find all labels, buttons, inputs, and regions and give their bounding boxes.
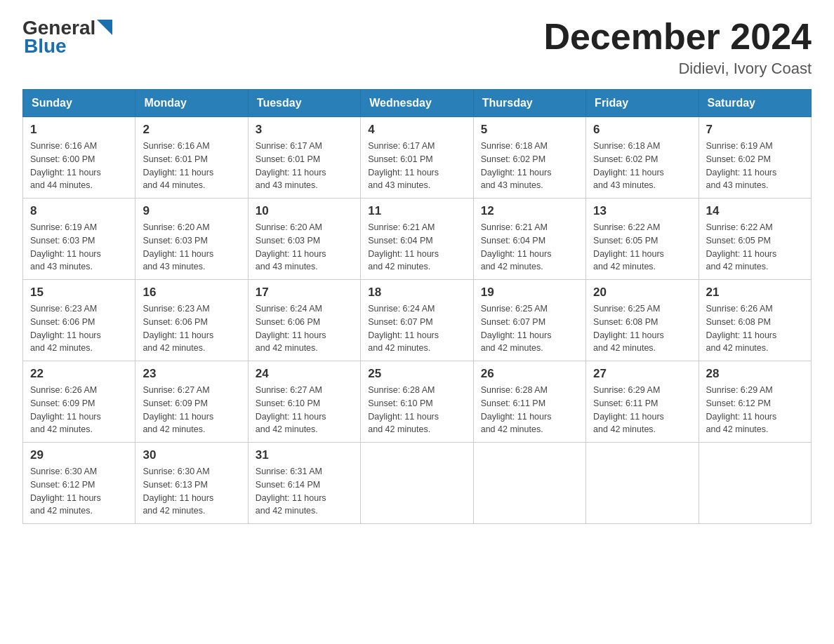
calendar-day-23: 23Sunrise: 6:27 AMSunset: 6:09 PMDayligh… — [135, 361, 248, 443]
day-info: Sunrise: 6:26 AMSunset: 6:08 PMDaylight:… — [706, 302, 804, 355]
col-wednesday: Wednesday — [361, 90, 473, 117]
calendar-day-14: 14Sunrise: 6:22 AMSunset: 6:05 PMDayligh… — [699, 199, 811, 280]
day-info: Sunrise: 6:31 AMSunset: 6:14 PMDaylight:… — [256, 465, 353, 518]
calendar-day-9: 9Sunrise: 6:20 AMSunset: 6:03 PMDaylight… — [135, 199, 248, 280]
svg-marker-0 — [97, 20, 112, 35]
day-info: Sunrise: 6:24 AMSunset: 6:06 PMDaylight:… — [256, 302, 353, 355]
calendar-empty-cell — [699, 443, 811, 524]
calendar-day-24: 24Sunrise: 6:27 AMSunset: 6:10 PMDayligh… — [248, 361, 360, 443]
calendar-day-1: 1Sunrise: 6:16 AMSunset: 6:00 PMDaylight… — [23, 117, 135, 199]
calendar-day-10: 10Sunrise: 6:20 AMSunset: 6:03 PMDayligh… — [248, 199, 360, 280]
day-info: Sunrise: 6:29 AMSunset: 6:11 PMDaylight:… — [593, 384, 691, 436]
calendar-table: Sunday Monday Tuesday Wednesday Thursday… — [22, 89, 812, 524]
day-info: Sunrise: 6:30 AMSunset: 6:13 PMDaylight:… — [143, 465, 240, 518]
calendar-day-31: 31Sunrise: 6:31 AMSunset: 6:14 PMDayligh… — [248, 443, 360, 524]
day-info: Sunrise: 6:25 AMSunset: 6:08 PMDaylight:… — [593, 302, 691, 355]
calendar-week-4: 22Sunrise: 6:26 AMSunset: 6:09 PMDayligh… — [23, 361, 812, 443]
day-number: 8 — [30, 204, 128, 218]
calendar-day-5: 5Sunrise: 6:18 AMSunset: 6:02 PMDaylight… — [473, 117, 585, 199]
logo-triangle-icon — [97, 20, 112, 35]
day-info: Sunrise: 6:20 AMSunset: 6:03 PMDaylight:… — [143, 221, 240, 274]
calendar-week-5: 29Sunrise: 6:30 AMSunset: 6:12 PMDayligh… — [23, 443, 812, 524]
day-number: 22 — [30, 367, 128, 381]
day-info: Sunrise: 6:23 AMSunset: 6:06 PMDaylight:… — [30, 302, 128, 355]
calendar-day-26: 26Sunrise: 6:28 AMSunset: 6:11 PMDayligh… — [473, 361, 585, 443]
day-info: Sunrise: 6:16 AMSunset: 6:00 PMDaylight:… — [30, 140, 128, 192]
calendar-day-22: 22Sunrise: 6:26 AMSunset: 6:09 PMDayligh… — [23, 361, 135, 443]
day-number: 15 — [30, 286, 128, 300]
day-info: Sunrise: 6:21 AMSunset: 6:04 PMDaylight:… — [368, 221, 465, 274]
calendar-day-20: 20Sunrise: 6:25 AMSunset: 6:08 PMDayligh… — [586, 280, 699, 361]
day-number: 7 — [706, 123, 804, 137]
calendar-day-11: 11Sunrise: 6:21 AMSunset: 6:04 PMDayligh… — [361, 199, 473, 280]
day-info: Sunrise: 6:27 AMSunset: 6:09 PMDaylight:… — [143, 384, 240, 436]
calendar-day-17: 17Sunrise: 6:24 AMSunset: 6:06 PMDayligh… — [248, 280, 360, 361]
day-number: 4 — [368, 123, 465, 137]
calendar-day-28: 28Sunrise: 6:29 AMSunset: 6:12 PMDayligh… — [699, 361, 811, 443]
logo: General Blue — [22, 17, 112, 58]
calendar-day-27: 27Sunrise: 6:29 AMSunset: 6:11 PMDayligh… — [586, 361, 699, 443]
day-number: 31 — [256, 448, 353, 462]
day-info: Sunrise: 6:16 AMSunset: 6:01 PMDaylight:… — [143, 140, 240, 192]
calendar-empty-cell — [361, 443, 473, 524]
day-number: 19 — [481, 286, 578, 300]
day-info: Sunrise: 6:18 AMSunset: 6:02 PMDaylight:… — [593, 140, 691, 192]
calendar-day-8: 8Sunrise: 6:19 AMSunset: 6:03 PMDaylight… — [23, 199, 135, 280]
col-monday: Monday — [135, 90, 248, 117]
calendar-empty-cell — [586, 443, 699, 524]
day-info: Sunrise: 6:28 AMSunset: 6:11 PMDaylight:… — [481, 384, 578, 436]
day-number: 29 — [30, 448, 128, 462]
day-number: 18 — [368, 286, 465, 300]
col-tuesday: Tuesday — [248, 90, 360, 117]
calendar-day-19: 19Sunrise: 6:25 AMSunset: 6:07 PMDayligh… — [473, 280, 585, 361]
calendar-day-6: 6Sunrise: 6:18 AMSunset: 6:02 PMDaylight… — [586, 117, 699, 199]
calendar-day-7: 7Sunrise: 6:19 AMSunset: 6:02 PMDaylight… — [699, 117, 811, 199]
col-friday: Friday — [586, 90, 699, 117]
day-info: Sunrise: 6:20 AMSunset: 6:03 PMDaylight:… — [256, 221, 353, 274]
day-number: 5 — [481, 123, 578, 137]
calendar-day-13: 13Sunrise: 6:22 AMSunset: 6:05 PMDayligh… — [586, 199, 699, 280]
day-number: 27 — [593, 367, 691, 381]
calendar-day-3: 3Sunrise: 6:17 AMSunset: 6:01 PMDaylight… — [248, 117, 360, 199]
day-info: Sunrise: 6:24 AMSunset: 6:07 PMDaylight:… — [368, 302, 465, 355]
day-number: 2 — [143, 123, 240, 137]
day-info: Sunrise: 6:26 AMSunset: 6:09 PMDaylight:… — [30, 384, 128, 436]
calendar-day-2: 2Sunrise: 6:16 AMSunset: 6:01 PMDaylight… — [135, 117, 248, 199]
day-info: Sunrise: 6:27 AMSunset: 6:10 PMDaylight:… — [256, 384, 353, 436]
calendar-day-16: 16Sunrise: 6:23 AMSunset: 6:06 PMDayligh… — [135, 280, 248, 361]
col-saturday: Saturday — [699, 90, 811, 117]
day-info: Sunrise: 6:23 AMSunset: 6:06 PMDaylight:… — [143, 302, 240, 355]
day-info: Sunrise: 6:28 AMSunset: 6:10 PMDaylight:… — [368, 384, 465, 436]
calendar-week-3: 15Sunrise: 6:23 AMSunset: 6:06 PMDayligh… — [23, 280, 812, 361]
calendar-week-1: 1Sunrise: 6:16 AMSunset: 6:00 PMDaylight… — [23, 117, 812, 199]
calendar-title: December 2024 — [543, 17, 812, 57]
day-info: Sunrise: 6:21 AMSunset: 6:04 PMDaylight:… — [481, 221, 578, 274]
day-number: 13 — [593, 204, 691, 218]
day-number: 11 — [368, 204, 465, 218]
logo-blue-text: Blue — [24, 35, 67, 58]
day-info: Sunrise: 6:19 AMSunset: 6:03 PMDaylight:… — [30, 221, 128, 274]
day-info: Sunrise: 6:17 AMSunset: 6:01 PMDaylight:… — [256, 140, 353, 192]
day-number: 25 — [368, 367, 465, 381]
day-number: 20 — [593, 286, 691, 300]
day-info: Sunrise: 6:17 AMSunset: 6:01 PMDaylight:… — [368, 140, 465, 192]
day-number: 28 — [706, 367, 804, 381]
calendar-day-15: 15Sunrise: 6:23 AMSunset: 6:06 PMDayligh… — [23, 280, 135, 361]
day-info: Sunrise: 6:22 AMSunset: 6:05 PMDaylight:… — [593, 221, 691, 274]
col-sunday: Sunday — [23, 90, 135, 117]
calendar-day-21: 21Sunrise: 6:26 AMSunset: 6:08 PMDayligh… — [699, 280, 811, 361]
day-number: 9 — [143, 204, 240, 218]
day-number: 1 — [30, 123, 128, 137]
day-info: Sunrise: 6:25 AMSunset: 6:07 PMDaylight:… — [481, 302, 578, 355]
day-number: 23 — [143, 367, 240, 381]
day-info: Sunrise: 6:22 AMSunset: 6:05 PMDaylight:… — [706, 221, 804, 274]
day-info: Sunrise: 6:18 AMSunset: 6:02 PMDaylight:… — [481, 140, 578, 192]
day-number: 30 — [143, 448, 240, 462]
calendar-day-4: 4Sunrise: 6:17 AMSunset: 6:01 PMDaylight… — [361, 117, 473, 199]
day-info: Sunrise: 6:29 AMSunset: 6:12 PMDaylight:… — [706, 384, 804, 436]
page-header: General Blue December 2024 Didievi, Ivor… — [22, 17, 812, 78]
day-number: 16 — [143, 286, 240, 300]
col-thursday: Thursday — [473, 90, 585, 117]
calendar-subtitle: Didievi, Ivory Coast — [543, 60, 812, 78]
calendar-day-18: 18Sunrise: 6:24 AMSunset: 6:07 PMDayligh… — [361, 280, 473, 361]
